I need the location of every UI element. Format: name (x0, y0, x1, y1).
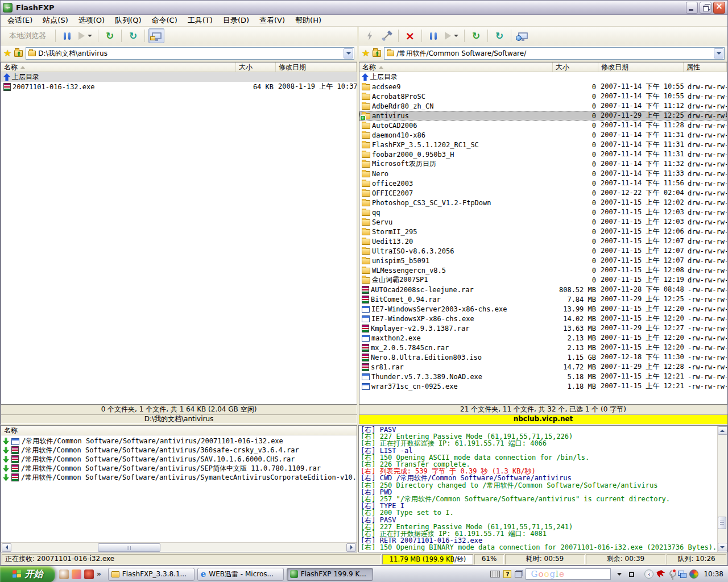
abort-button[interactable]: × (402, 28, 418, 43)
deskbar-dropdown-icon[interactable] (617, 573, 622, 576)
file-row[interactable]: maxthon2.exe2.13 MB2007-11-15 上午 12:20-r… (359, 333, 727, 343)
refresh-button[interactable]: ↻ (125, 28, 141, 43)
queue-item-row[interactable]: /常用软件/Common Software/Software/antivirus… (1, 436, 357, 446)
remote-path-combobox[interactable]: /常用软件/Common Software/Software/ (384, 47, 725, 60)
file-row[interactable]: StormII_29502007-11-15 上午 12:06drw-rw-rw… (359, 227, 727, 236)
quick-launch-icon-2[interactable] (72, 569, 81, 579)
file-row[interactable]: Photoshop_CS3_SC_V1.2-FtpDown02007-11-15… (359, 198, 727, 207)
title-bar[interactable]: FlashFXP (1, 1, 727, 15)
scroll-left-button[interactable] (2, 543, 11, 552)
connect-button[interactable] (379, 28, 395, 43)
google-deskbar-input[interactable]: Google (526, 568, 611, 580)
file-row[interactable]: Nero02007-11-14 下午 11:33drw-rw-rw- (359, 169, 727, 178)
file-row[interactable]: FlashFXP_3.5.1.1202_RC1_SC02007-11-14 下午… (359, 140, 727, 149)
bookmark-star-icon[interactable]: ★ (3, 49, 11, 58)
go-up-folder-icon[interactable] (373, 50, 381, 57)
start-button[interactable]: 开始 (0, 566, 55, 582)
file-row[interactable]: antivirus02007-11-29 上午 12:25drw-rw-rw- (359, 111, 727, 120)
scroll-down-button[interactable] (718, 543, 727, 551)
close-button[interactable] (713, 2, 725, 14)
pause-queue-button[interactable] (59, 28, 75, 43)
file-row[interactable]: sr81.rar14.72 MB2007-11-29 上午 12:28-rw-r… (359, 362, 727, 372)
column-header-name[interactable]: 名称 (359, 63, 553, 72)
menu-item-7[interactable]: 查看(V) (254, 14, 290, 27)
quick-launch-overflow-chevron[interactable]: » (97, 570, 101, 578)
menu-item-3[interactable]: 队列(Q) (110, 14, 146, 27)
task-button-1[interactable]: eWEB迅雷 - Micros... (197, 568, 284, 581)
file-row[interactable]: Nero.8.Ultra.Edition803.iso1.15 GB2007-1… (359, 352, 727, 362)
ime-help-icon[interactable]: ? (503, 570, 511, 578)
transfer-button[interactable]: ↻ (102, 28, 118, 43)
file-row[interactable]: BitComet_0.94.rar7.84 MB2007-11-29 上午 12… (359, 294, 727, 304)
start-queue-button[interactable] (442, 28, 461, 43)
thunder-tray-icon[interactable] (656, 570, 665, 578)
file-row[interactable]: mx_2.0.5.7845cn.rar2.13 MB2007-11-15 上午 … (359, 343, 727, 352)
browser-sphere-tray-icon[interactable] (689, 569, 698, 579)
log-vertical-scrollbar[interactable] (717, 426, 727, 552)
combo-dropdown-button[interactable] (714, 48, 723, 59)
file-row[interactable]: office200302007-11-14 下午 11:56drw-rw-rw- (359, 178, 727, 188)
menu-item-4[interactable]: 命令(C) (147, 14, 183, 27)
go-up-folder-icon[interactable] (14, 50, 23, 57)
file-row[interactable]: OFFICE200702007-12-22 下午 02:04drw-rw-rw- (359, 188, 727, 198)
scroll-thumb[interactable] (98, 543, 160, 552)
menu-item-1[interactable]: 站点(S) (38, 14, 73, 27)
file-row[interactable]: AdbeRdr80_zh_CN02007-11-14 下午 11:12drw-r… (359, 101, 727, 111)
task-button-2[interactable]: FlashFXP 199.9 K... (287, 568, 373, 581)
scroll-up-button[interactable] (718, 426, 727, 435)
scroll-right-button[interactable] (346, 543, 356, 552)
menu-item-2[interactable]: 选项(O) (73, 14, 110, 27)
local-browser-toggle-button[interactable] (148, 28, 164, 43)
file-row[interactable]: Uedit13.2002007-11-15 上午 12:07drw-rw-rw- (359, 236, 727, 246)
file-row[interactable]: Acrobat8ProSC02007-11-14 下午 10:55drw-rw-… (359, 92, 727, 101)
minimize-button[interactable] (686, 2, 698, 14)
combo-dropdown-button[interactable] (344, 48, 353, 59)
refresh-button[interactable]: ↻ (491, 28, 507, 43)
file-row[interactable]: IE7-WindowsServer2003-x86-chs.exe13.99 M… (359, 304, 727, 314)
pause-queue-button[interactable] (425, 28, 441, 43)
local-path-combobox[interactable]: D:\我的文档\antivirus (26, 47, 354, 60)
queue-item-row[interactable]: /常用软件/Common Software/Software/antivirus… (1, 455, 357, 464)
queue-item-row[interactable]: /常用软件/Common Software/Software/antivirus… (1, 446, 357, 455)
file-row[interactable]: Kmplayer-v2.9.3.1387.rar13.63 MB2007-11-… (359, 323, 727, 333)
queue-horizontal-scrollbar[interactable] (1, 542, 357, 552)
queue-item-row[interactable]: /常用软件/Common Software/Software/antivirus… (1, 464, 357, 473)
file-row[interactable]: foobar2000_0.950b3_H02007-11-14 下午 11:31… (359, 149, 727, 159)
file-row[interactable]: AUTOcad2008sc-leejune.rar808.52 MB2007-1… (359, 285, 727, 294)
tray-collapse-chevron[interactable]: ‹ (644, 569, 653, 579)
start-queue-button[interactable] (76, 28, 94, 43)
deskbar-window-icon[interactable] (629, 572, 634, 577)
restore-button[interactable] (700, 2, 712, 14)
file-row[interactable]: Thunder.v5.7.3.389.NoAD.exe5.18 MB2007-1… (359, 372, 727, 381)
file-row[interactable]: WLMessengercn_v8.502007-11-15 上午 12:08dr… (359, 265, 727, 275)
file-row[interactable]: Servu02007-11-15 上午 12:03drw-rw-rw- (359, 217, 727, 227)
file-row[interactable]: AutoCAD200602007-11-14 下午 11:28drw-rw-rw… (359, 120, 727, 130)
column-header-date[interactable]: 修改日期 (276, 63, 357, 72)
local-browser-dropdown-button[interactable]: 本地浏览器 (3, 28, 52, 43)
menu-item-8[interactable]: 帮助(H) (290, 14, 326, 27)
menu-item-5[interactable]: 工具(T) (183, 14, 218, 27)
keyboard-layout-icon[interactable] (490, 571, 500, 577)
menu-item-0[interactable]: 会话(E) (2, 14, 38, 27)
remote-browser-toggle-button[interactable] (515, 28, 531, 43)
file-row[interactable]: 20071101-016-i32.exe64 KB2008-1-19 上午 10… (1, 82, 357, 92)
file-row[interactable]: daemon410-x8602007-11-14 下午 11:31drw-rw-… (359, 130, 727, 140)
file-row[interactable]: 金山词霸2007SP102007-11-15 上午 12:19drw-rw-rw… (359, 275, 727, 285)
language-options-icon[interactable] (515, 571, 522, 577)
file-row[interactable]: wrar371sc_cn-0925.exe1.18 MB2007-11-15 上… (359, 381, 727, 391)
column-header-date[interactable]: 修改日期 (598, 63, 684, 72)
parent-directory-row[interactable]: 上层目录 (1, 72, 357, 82)
bookmark-star-icon[interactable]: ★ (362, 49, 370, 58)
menu-item-6[interactable]: 目录(D) (218, 14, 254, 27)
file-row[interactable]: Microsoft农历日历02007-11-14 下午 11:32drw-rw-… (359, 159, 727, 169)
queue-item-row[interactable]: /常用软件/Common Software/Software/antivirus… (1, 473, 357, 482)
quick-connect-button[interactable] (362, 28, 378, 43)
transfer-button[interactable]: ↻ (468, 28, 484, 43)
column-header-size[interactable]: 大小 (236, 63, 276, 72)
file-row[interactable]: acdsee902007-11-14 下午 10:55drw-rw-rw- (359, 82, 727, 92)
quick-launch-icon-1[interactable] (59, 569, 69, 579)
task-button-0[interactable]: FlashFXP_3.3.8.1... (108, 568, 195, 581)
queue-column-header[interactable]: 名称 (1, 426, 357, 435)
file-row[interactable]: unispim5_b509102007-11-15 上午 12:07drw-rw… (359, 256, 727, 265)
parent-directory-row[interactable]: 上层目录 (359, 72, 727, 82)
